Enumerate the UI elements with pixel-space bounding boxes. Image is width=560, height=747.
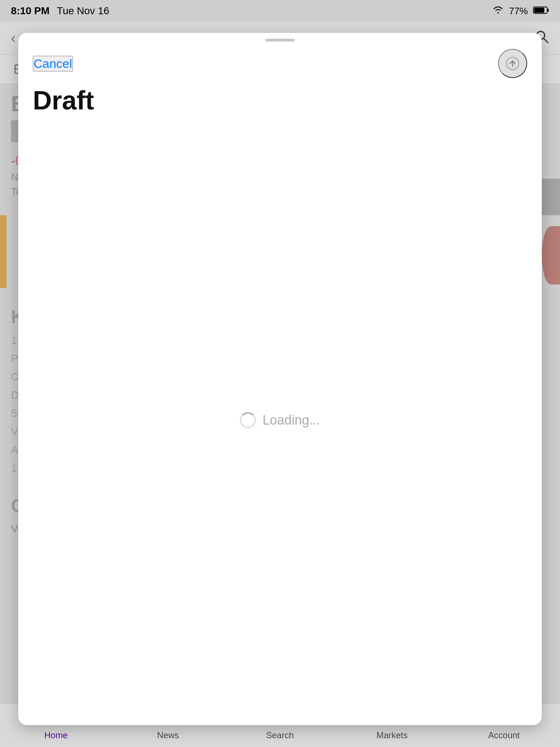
upload-button[interactable] — [498, 49, 527, 78]
loading-text: Loading... — [262, 413, 320, 428]
modal-title: Draft — [18, 78, 542, 115]
modal-header: Cancel — [18, 42, 542, 78]
loading-indicator: Loading... — [240, 412, 320, 428]
drag-handle — [265, 39, 295, 42]
modal-body: Loading... — [18, 115, 542, 725]
upload-arrow-icon — [506, 57, 519, 70]
cancel-button[interactable]: Cancel — [33, 56, 73, 71]
draft-modal: Cancel Draft Loading... — [18, 33, 542, 725]
spinner-icon — [240, 412, 256, 428]
